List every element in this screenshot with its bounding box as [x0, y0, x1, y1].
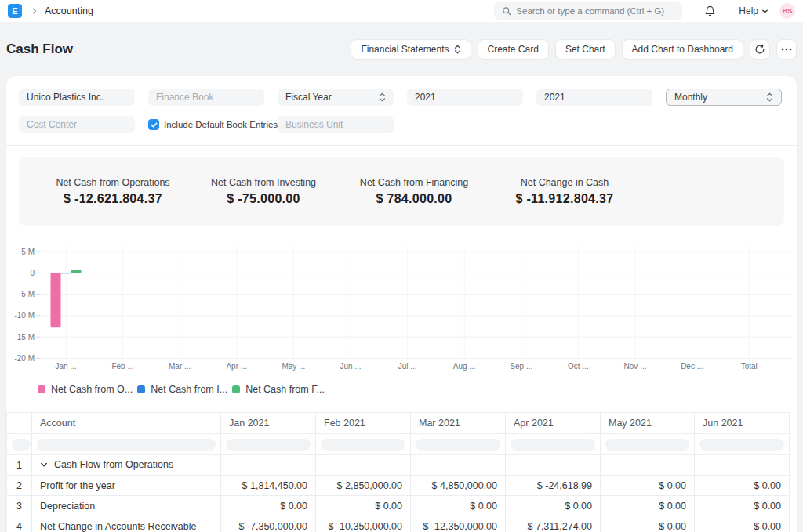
legend-item: Net Cash from O...	[38, 384, 133, 395]
chart-legend: Net Cash from O...Net Cash from I...Net …	[6, 383, 797, 396]
summary-label: Net Change in Cash	[489, 177, 640, 188]
summary-value: $ -12.621.804.37	[38, 192, 188, 206]
app-logo-icon[interactable]: E	[8, 4, 22, 18]
value-cell[interactable]: $ 2,850,000.00	[316, 476, 411, 496]
value-cell[interactable]: $ -24,618.99	[506, 476, 601, 496]
value-cell[interactable]: $ 0.00	[695, 476, 790, 496]
period-basis-select[interactable]: Fiscal Year	[278, 89, 394, 106]
report-card: Unico Plastics Inc. Finance Book Fiscal …	[6, 76, 797, 532]
column-header[interactable]: Mar 2021	[411, 413, 506, 434]
svg-text:5 M: 5 M	[21, 248, 35, 256]
value-cell[interactable]: $ 0.00	[411, 496, 506, 516]
cost-center-filter[interactable]: Cost Center	[19, 116, 135, 133]
value-cell[interactable]	[411, 455, 506, 476]
periodicity-select[interactable]: Monthly	[666, 89, 782, 106]
value-cell[interactable]	[601, 455, 695, 476]
finance-book-filter[interactable]: Finance Book	[148, 89, 264, 106]
checkbox-label: Include Default Book Entries	[164, 120, 278, 129]
svg-text:-20 M: -20 M	[14, 354, 35, 363]
legend-label: Net Cash from I...	[151, 384, 227, 395]
refresh-button[interactable]	[750, 39, 770, 60]
account-cell[interactable]: Net Change in Accounts Receivable	[32, 516, 221, 532]
column-header[interactable]: May 2021	[601, 413, 695, 434]
value-cell[interactable]: $ 0.00	[695, 516, 790, 532]
value-cell[interactable]: $ -12,350,000.00	[411, 516, 506, 532]
column-filter-cell[interactable]	[601, 434, 695, 455]
to-fiscal-year-filter[interactable]: 2021	[536, 89, 652, 106]
row-index-cell[interactable]: 3	[7, 496, 32, 516]
chevron-down-icon	[761, 8, 768, 15]
column-filter-cell[interactable]	[411, 434, 506, 455]
column-filter-cell[interactable]	[316, 434, 411, 455]
column-filter-input[interactable]	[226, 439, 311, 451]
row-index-cell[interactable]: 4	[7, 516, 32, 532]
chevron-down-icon[interactable]	[40, 460, 48, 471]
row-filter-cell[interactable]	[7, 434, 32, 455]
financial-statements-select[interactable]: Financial Statements	[351, 39, 471, 60]
report-filters: Unico Plastics Inc. Finance Book Fiscal …	[6, 76, 797, 145]
value-cell[interactable]	[506, 455, 601, 476]
value-cell[interactable]: $ -10,350,000.00	[316, 516, 411, 532]
column-filter-input[interactable]	[37, 439, 216, 451]
value-cell[interactable]: $ 4,850,000.00	[411, 476, 506, 496]
value-cell[interactable]: $ 0.00	[695, 496, 790, 516]
value-cell[interactable]: $ 1,814,450.00	[221, 476, 316, 496]
value-cell[interactable]: $ 0.00	[316, 496, 411, 516]
row-index-cell[interactable]: 2	[7, 476, 32, 496]
menu-button[interactable]	[776, 39, 797, 60]
svg-text:Sep ...: Sep ...	[510, 362, 532, 371]
periodicity-value: Monthly	[674, 92, 707, 103]
include-default-book-entries-checkbox[interactable]: Include Default Book Entries	[148, 119, 264, 130]
notifications-bell-icon[interactable]	[701, 5, 719, 17]
column-header[interactable]: Account	[32, 413, 221, 434]
table-row: 4Net Change in Accounts Receivable$ -7,3…	[7, 516, 790, 532]
column-header[interactable]: Jun 2021	[695, 413, 790, 434]
value-cell[interactable]: $ 0.00	[601, 476, 695, 496]
value-cell[interactable]: $ 0.00	[601, 516, 695, 532]
help-menu[interactable]: Help	[739, 5, 768, 16]
add-chart-to-dashboard-button[interactable]: Add Chart to Dashboard	[622, 39, 743, 60]
value-cell[interactable]: $ -7,350,000.00	[221, 516, 316, 532]
column-filter-input[interactable]	[321, 439, 405, 451]
cashflow-chart[interactable]: Jan ...Feb ...Mar ...Apr ...May ...Jun .…	[6, 241, 797, 396]
column-header[interactable]: Apr 2021	[506, 413, 601, 434]
navbar: E Accounting Search or type a command (C…	[0, 0, 803, 22]
column-filter-cell[interactable]	[695, 434, 790, 455]
column-filter-input[interactable]	[605, 439, 689, 451]
value-cell[interactable]: $ 0.00	[221, 496, 316, 516]
column-filter-cell[interactable]	[221, 434, 316, 455]
value-cell[interactable]: $ 7,311,274.00	[506, 516, 601, 532]
column-filter-cell[interactable]	[32, 434, 221, 455]
column-filter-input[interactable]	[699, 439, 784, 451]
column-filter-input[interactable]	[511, 439, 595, 451]
column-header[interactable]: Feb 2021	[316, 413, 411, 434]
summary-value: $ -11.912.804.37	[489, 192, 640, 206]
filter-row-1: Unico Plastics Inc. Finance Book Fiscal …	[19, 89, 797, 106]
column-filter-input[interactable]	[12, 439, 31, 451]
set-chart-button[interactable]: Set Chart	[555, 39, 616, 60]
business-unit-filter[interactable]: Business Unit	[278, 116, 394, 133]
row-index-cell[interactable]: 1	[7, 455, 32, 476]
value-cell[interactable]	[316, 455, 411, 476]
value-cell[interactable]: $ 0.00	[601, 496, 695, 516]
summary-value: $ -75.000.00	[188, 192, 339, 206]
value-cell[interactable]	[221, 455, 316, 476]
table-row: 1Cash Flow from Operations	[7, 455, 790, 476]
account-name: Cash Flow from Operations	[54, 459, 173, 470]
account-cell[interactable]: Depreciation	[32, 496, 221, 516]
value-cell[interactable]: $ 0.00	[506, 496, 601, 516]
column-filter-input[interactable]	[416, 439, 500, 451]
avatar[interactable]: BS	[779, 3, 795, 19]
navbar-right: Help BS	[701, 3, 795, 19]
breadcrumb[interactable]: Accounting	[45, 5, 93, 16]
from-fiscal-year-filter[interactable]: 2021	[407, 89, 523, 106]
value-cell[interactable]	[695, 455, 790, 476]
account-cell[interactable]: Profit for the year	[32, 476, 221, 496]
search-input[interactable]: Search or type a command (Ctrl + G)	[494, 2, 682, 20]
page-actions: Financial Statements Create Card Set Cha…	[351, 39, 797, 60]
column-filter-cell[interactable]	[506, 434, 601, 455]
company-filter[interactable]: Unico Plastics Inc.	[19, 89, 135, 106]
create-card-button[interactable]: Create Card	[478, 39, 549, 60]
column-header[interactable]: Jan 2021	[221, 413, 316, 434]
account-group-cell[interactable]: Cash Flow from Operations	[32, 455, 221, 476]
